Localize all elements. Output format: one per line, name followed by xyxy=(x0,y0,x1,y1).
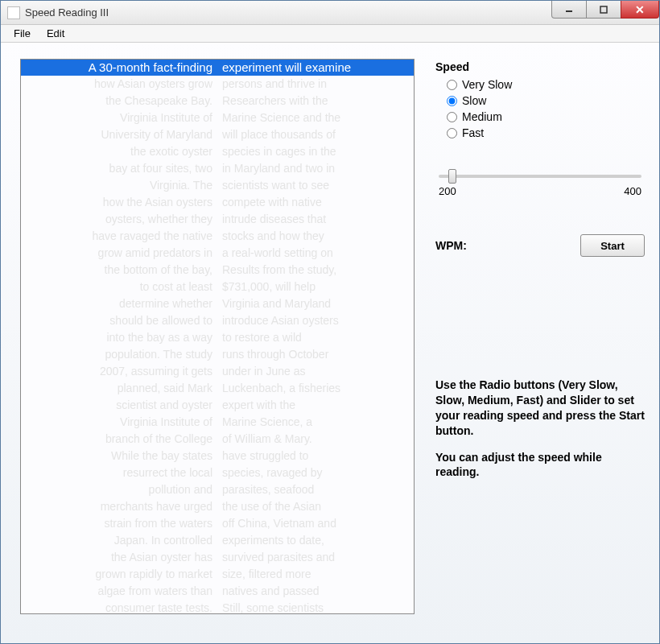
slider-labels: 200 400 xyxy=(439,185,641,197)
radio-medium-input[interactable] xyxy=(447,112,457,122)
faded-left: Virginia. The xyxy=(21,177,217,194)
faded-left: oysters, whether they xyxy=(21,211,217,228)
wpm-row: WPM: Start xyxy=(435,234,645,257)
faded-row: oysters, whether theyintrude diseases th… xyxy=(21,211,414,228)
faded-right: will place thousands of xyxy=(217,126,414,143)
faded-right: have struggled to xyxy=(217,448,414,464)
maximize-icon xyxy=(600,6,608,14)
faded-right: under in June as xyxy=(217,363,414,380)
reading-pane: A 30-month fact-finding experiment will … xyxy=(20,59,415,614)
faded-left: have ravaged the native xyxy=(21,228,217,245)
faded-text: how Asian oysters growpersons and thrive… xyxy=(21,76,414,614)
faded-left: determine whether xyxy=(21,295,217,312)
faded-right: Researchers with the xyxy=(217,93,414,109)
faded-left: the Chesapeake Bay. xyxy=(21,93,217,109)
faded-left: how the Asian oysters xyxy=(21,194,217,211)
faded-row: 2007, assuming it getsunder in June as xyxy=(21,363,414,380)
faded-left: the Asian oyster has xyxy=(21,549,217,566)
faded-row: algae from waters thannatives and passed xyxy=(21,583,414,600)
faded-right: expert with the xyxy=(217,397,414,414)
faded-right: Luckenbach, a fisheries xyxy=(217,380,414,397)
faded-right: intrude diseases that xyxy=(217,211,414,228)
radio-medium-label: Medium xyxy=(462,110,502,123)
faded-row: how Asian oysters growpersons and thrive… xyxy=(21,76,414,93)
faded-left: Virginia Institute of xyxy=(21,109,217,126)
wpm-label: WPM: xyxy=(435,239,467,252)
faded-left: Japan. In controlled xyxy=(21,532,217,549)
faded-right: of William & Mary. xyxy=(217,431,414,448)
start-button[interactable]: Start xyxy=(580,234,645,257)
faded-row: planned, said MarkLuckenbach, a fisherie… xyxy=(21,380,414,397)
maximize-button[interactable] xyxy=(586,1,621,19)
client-area: A 30-month fact-finding experiment will … xyxy=(1,43,659,643)
faded-right: Marine Science and the xyxy=(217,109,414,126)
menu-file[interactable]: File xyxy=(6,26,39,41)
faded-row: the bottom of the bay,Results from the s… xyxy=(21,262,414,279)
faded-row: determine whetherVirginia and Maryland xyxy=(21,295,414,312)
svg-rect-1 xyxy=(600,6,607,13)
faded-row: grown rapidly to marketsize, filtered mo… xyxy=(21,566,414,583)
faded-right: experiments to date, xyxy=(217,532,414,549)
app-window: Speed Reading III ✕ File Edit A 30-month… xyxy=(0,0,660,644)
faded-row: to cost at least$731,000, will help xyxy=(21,279,414,295)
faded-right: species, ravaged by xyxy=(217,464,414,481)
faded-row: how the Asian oysterscompete with native xyxy=(21,194,414,211)
faded-right: parasites, seafood xyxy=(217,481,414,498)
radio-fast-input[interactable] xyxy=(447,128,457,138)
faded-right: runs through October xyxy=(217,346,414,363)
minimize-icon xyxy=(565,6,573,14)
faded-left: merchants have urged xyxy=(21,498,217,515)
menu-edit[interactable]: Edit xyxy=(39,26,72,41)
faded-right: a real-world setting on xyxy=(217,245,414,262)
window-controls: ✕ xyxy=(552,1,659,24)
window-title: Speed Reading III xyxy=(25,6,552,19)
faded-right: natives and passed xyxy=(217,583,414,600)
faded-row: population. The studyruns through Octobe… xyxy=(21,346,414,363)
faded-left: Virginia Institute of xyxy=(21,414,217,431)
faded-right: in Maryland and two in xyxy=(217,160,414,177)
minimize-button[interactable] xyxy=(551,1,587,19)
faded-left: University of Maryland xyxy=(21,126,217,143)
faded-left: into the bay as a way xyxy=(21,329,217,346)
faded-row: resurrect the localspecies, ravaged by xyxy=(21,464,414,481)
faded-left: 2007, assuming it gets xyxy=(21,363,217,380)
radio-slow[interactable]: Slow xyxy=(447,94,645,107)
radio-very-slow-input[interactable] xyxy=(447,80,457,90)
instructions-p1: Use the Radio buttons (Very Slow, Slow, … xyxy=(435,378,645,439)
faded-right: Virginia and Maryland xyxy=(217,295,414,312)
faded-left: bay at four sites, two xyxy=(21,160,217,177)
faded-row: into the bay as a wayto restore a wild xyxy=(21,329,414,346)
faded-row: Virginia Institute ofMarine Science, a xyxy=(21,414,414,431)
radio-slow-label: Slow xyxy=(462,94,486,107)
radio-very-slow[interactable]: Very Slow xyxy=(447,78,645,91)
radio-fast-label: Fast xyxy=(462,126,484,139)
faded-row: Virginia Institute ofMarine Science and … xyxy=(21,109,414,126)
app-icon xyxy=(7,6,20,19)
faded-row: the Chesapeake Bay.Researchers with the xyxy=(21,93,414,109)
faded-left: branch of the College xyxy=(21,431,217,448)
faded-right: compete with native xyxy=(217,194,414,211)
faded-left: pollution and xyxy=(21,481,217,498)
faded-row: strain from the watersoff China, Vietnam… xyxy=(21,515,414,532)
faded-right: $731,000, will help xyxy=(217,279,414,295)
radio-medium[interactable]: Medium xyxy=(447,110,645,123)
slider-min-label: 200 xyxy=(439,185,456,197)
faded-right: Marine Science, a xyxy=(217,414,414,431)
radio-slow-input[interactable] xyxy=(447,96,457,106)
faded-left: the bottom of the bay, xyxy=(21,262,217,279)
faded-left: While the bay states xyxy=(21,448,217,464)
close-icon: ✕ xyxy=(635,3,645,16)
faded-row: the Asian oyster hassurvived parasites a… xyxy=(21,549,414,566)
close-button[interactable]: ✕ xyxy=(621,1,659,19)
faded-left: to cost at least xyxy=(21,279,217,295)
radio-fast[interactable]: Fast xyxy=(447,126,645,139)
speed-slider[interactable] xyxy=(439,175,641,178)
faded-left: planned, said Mark xyxy=(21,380,217,397)
faded-left: how Asian oysters grow xyxy=(21,76,217,93)
instructions-p2: You can adjust the speed while reading. xyxy=(435,450,645,481)
faded-row: the exotic oysterspecies in cages in the xyxy=(21,143,414,160)
faded-left: consumer taste tests. xyxy=(21,600,217,614)
faded-right: off China, Vietnam and xyxy=(217,515,414,532)
faded-left: the exotic oyster xyxy=(21,143,217,160)
side-panel: Speed Very Slow Slow Medium Fast 200 xyxy=(415,59,645,629)
